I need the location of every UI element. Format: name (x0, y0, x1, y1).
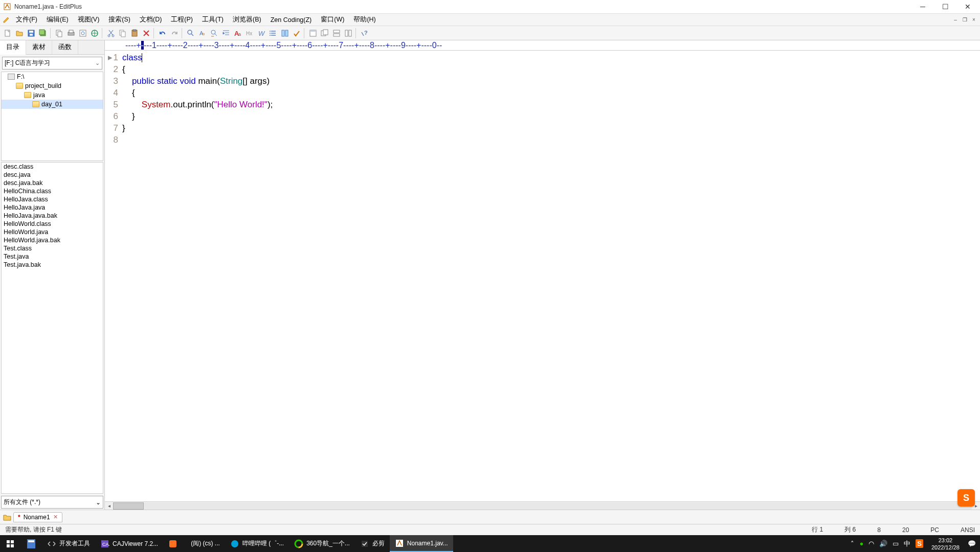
file-item[interactable]: HelloJava.java.bak (2, 212, 103, 220)
mdi-minimize-button[interactable]: – (951, 16, 960, 24)
spellcheck-button[interactable] (291, 28, 302, 39)
copy2-button[interactable] (117, 28, 128, 39)
menu-window[interactable]: 窗口(W) (316, 14, 349, 26)
file-item[interactable]: desc.java (2, 171, 103, 179)
new-file-button[interactable] (2, 28, 13, 39)
menu-tools[interactable]: 工具(T) (197, 14, 228, 26)
taskbar-item[interactable]: 哔哩哔哩 (゜-... (225, 535, 289, 552)
document-tab[interactable]: * Noname1 ✕ (13, 512, 62, 522)
file-item[interactable]: Test.class (2, 244, 103, 252)
taskbar-item[interactable]: Noname1.jav... (390, 535, 453, 552)
ime-indicator[interactable]: S (957, 489, 975, 507)
window1-button[interactable] (307, 28, 319, 39)
font-button[interactable]: Aa (232, 28, 243, 39)
file-item[interactable]: HelloWorld.class (2, 220, 103, 228)
window3-button[interactable] (331, 28, 342, 39)
delete-button[interactable] (141, 28, 152, 39)
code-text[interactable]: public static void main(String[] args) (122, 75, 270, 87)
battery-icon[interactable]: ▭ (893, 540, 899, 547)
menu-view[interactable]: 视图(V) (73, 14, 104, 26)
code-text[interactable]: { (122, 63, 125, 75)
horizontal-scrollbar[interactable]: ◂ ▸ (105, 501, 980, 510)
taskbar-item[interactable]: 必剪 (355, 535, 390, 552)
find-button[interactable] (185, 28, 196, 39)
wifi-icon[interactable]: ◠ (868, 540, 874, 547)
menu-project[interactable]: 工程(P) (166, 14, 197, 26)
start-button[interactable] (0, 535, 20, 552)
file-filter-selector[interactable]: 所有文件 (*.*) ⌄ (1, 496, 103, 509)
sidebar-tab-function[interactable]: 函数 (52, 40, 78, 54)
file-item[interactable]: HelloWorld.java.bak (2, 236, 103, 244)
menu-zen[interactable]: Zen Coding(Z) (266, 15, 317, 25)
hex-button[interactable]: Hx (244, 28, 255, 39)
open-file-button[interactable] (14, 28, 25, 39)
folder-tree[interactable]: F:\project_buildjavaday_01 (1, 72, 103, 161)
replace-button[interactable]: Ab (197, 28, 208, 39)
code-line[interactable]: 7} (105, 122, 980, 134)
sogou-icon[interactable]: S (916, 539, 923, 548)
taskbar-item[interactable]: (阅) (cs) ... (186, 535, 225, 552)
wrap-button[interactable]: W (256, 28, 267, 39)
tree-item[interactable]: java (2, 90, 103, 100)
menu-file[interactable]: 文件(F) (11, 14, 42, 26)
tray-expand-icon[interactable]: ˄ (851, 540, 854, 547)
code-editor[interactable]: 1class2{3 public static void main(String… (105, 51, 980, 501)
maximize-button[interactable]: ☐ (939, 2, 951, 12)
tree-item[interactable]: project_build (2, 81, 103, 90)
browser-button[interactable] (89, 28, 100, 39)
code-line[interactable]: 5 System.out.println("Hello World!"); (105, 99, 980, 110)
ime-language-icon[interactable]: 中 (904, 539, 910, 548)
menu-browser[interactable]: 浏览器(B) (228, 14, 266, 26)
copy-button[interactable] (54, 28, 65, 39)
scroll-thumb[interactable] (113, 502, 144, 510)
mdi-close-button[interactable]: × (970, 16, 978, 24)
tree-item[interactable]: F:\ (2, 72, 103, 81)
column-button[interactable] (279, 28, 291, 39)
cut-button[interactable] (105, 28, 117, 39)
tree-item[interactable]: day_01 (2, 100, 103, 109)
close-button[interactable]: ✕ (962, 2, 974, 12)
folder-icon[interactable] (2, 512, 12, 522)
file-list[interactable]: desc.classdesc.javadesc.java.bakHelloChi… (1, 162, 103, 494)
menu-edit[interactable]: 编辑(E) (42, 14, 73, 26)
taskbar-calculator[interactable] (20, 535, 42, 552)
code-line[interactable]: 3 public static void main(String[] args) (105, 75, 980, 87)
window2-button[interactable] (319, 28, 330, 39)
help-button[interactable]: ? (359, 28, 370, 39)
code-line[interactable]: 4 { (105, 87, 980, 99)
file-item[interactable]: HelloWorld.java (2, 228, 103, 236)
taskbar-item[interactable]: 360导航_一个... (289, 535, 355, 552)
file-item[interactable]: HelloJava.class (2, 195, 103, 203)
indent-button[interactable] (220, 28, 232, 39)
code-text[interactable]: System.out.println("Hello World!"); (122, 99, 273, 110)
menu-search[interactable]: 搜索(S) (104, 14, 135, 26)
scroll-left-button[interactable]: ◂ (105, 502, 113, 510)
undo-button[interactable] (157, 28, 168, 39)
file-item[interactable]: Test.java (2, 252, 103, 261)
sidebar-tab-directory[interactable]: 目录 (0, 40, 26, 55)
wechat-icon[interactable]: ● (859, 540, 863, 547)
file-item[interactable]: HelloChina.class (2, 187, 103, 195)
taskbar-clock[interactable]: 23:02 2022/12/28 (928, 537, 963, 551)
file-item[interactable]: desc.java.bak (2, 179, 103, 187)
code-text[interactable]: class (122, 52, 142, 63)
save-all-button[interactable] (37, 28, 49, 39)
menu-document[interactable]: 文档(D) (135, 14, 166, 26)
notification-icon[interactable]: 💬 (968, 540, 976, 547)
code-text[interactable]: } (122, 122, 125, 134)
menu-help[interactable]: 帮助(H) (349, 14, 380, 26)
code-line[interactable]: 6 } (105, 110, 980, 122)
minimize-button[interactable]: ─ (917, 2, 929, 12)
mdi-restore-button[interactable]: ❐ (961, 16, 969, 24)
code-line[interactable]: 2{ (105, 63, 980, 75)
code-line[interactable]: 1class (105, 52, 980, 63)
print-button[interactable] (65, 28, 77, 39)
drive-selector[interactable]: [F:] C语言与学习 ⌄ (2, 57, 102, 70)
preview-button[interactable] (77, 28, 88, 39)
close-tab-button[interactable]: ✕ (53, 514, 58, 520)
taskbar-item[interactable] (163, 535, 186, 552)
taskbar-item[interactable]: CAJCAJViewer 7.2... (95, 535, 163, 552)
window4-button[interactable] (343, 28, 354, 39)
file-item[interactable]: HelloJava.java (2, 203, 103, 212)
code-line[interactable]: 8 (105, 134, 980, 146)
